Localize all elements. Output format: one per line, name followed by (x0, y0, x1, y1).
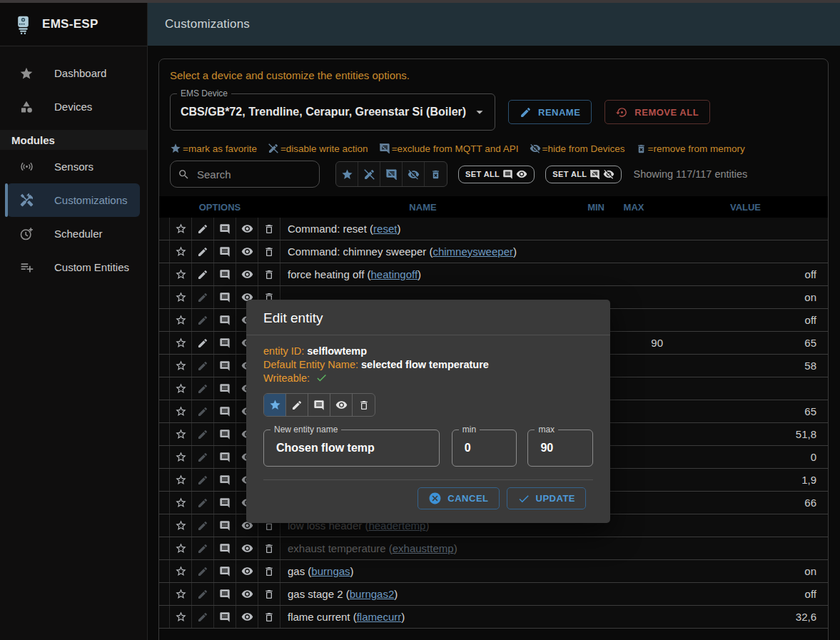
table-row[interactable]: force heating off (heatingoff) off (159, 263, 828, 286)
trash-icon[interactable] (258, 537, 280, 559)
row-entity-link[interactable]: exhausttemp (393, 542, 454, 554)
pencil-icon[interactable] (192, 355, 214, 377)
table-row[interactable]: flame current (flamecurr) 32,6 (159, 606, 828, 629)
comment-icon[interactable] (214, 309, 236, 331)
sidebar-item-sensors[interactable]: Sensors (7, 150, 140, 183)
star-outline-icon[interactable] (170, 240, 192, 263)
pencil-icon[interactable] (192, 263, 214, 285)
disable-write-filter-button[interactable] (358, 162, 380, 186)
comment-icon[interactable] (214, 446, 236, 468)
comment-icon[interactable] (214, 400, 236, 422)
pencil-icon[interactable] (192, 423, 214, 445)
eye-icon[interactable] (236, 240, 258, 263)
trash-icon[interactable] (258, 583, 280, 605)
pencil-icon[interactable] (192, 400, 214, 422)
comment-icon[interactable] (214, 263, 236, 285)
comment-icon[interactable] (214, 560, 236, 582)
row-entity-link[interactable]: chimneysweeper (432, 245, 513, 258)
pencil-icon[interactable] (192, 560, 214, 582)
cancel-button[interactable]: CANCEL (418, 487, 499, 509)
hide-toggle-button[interactable] (330, 394, 353, 416)
sidebar-item-devices[interactable]: Devices (7, 90, 140, 123)
table-row[interactable]: Command: chimney sweeper (chimneysweeper… (159, 240, 828, 263)
table-row[interactable]: gas stage 2 (burngas2) off (159, 583, 828, 606)
eye-icon[interactable] (236, 218, 258, 240)
sidebar-item-custom-entities[interactable]: Custom Entities (7, 250, 140, 284)
pencil-icon[interactable] (192, 606, 214, 628)
row-entity-link[interactable]: heatingoff (370, 268, 418, 280)
search-box[interactable] (170, 161, 320, 188)
comment-icon[interactable] (214, 286, 236, 308)
table-row[interactable]: exhaust temperature (exhausttemp) (159, 537, 828, 560)
pencil-icon[interactable] (192, 537, 214, 559)
pencil-icon[interactable] (192, 514, 214, 537)
comment-icon[interactable] (214, 377, 236, 400)
row-entity-link[interactable]: flamecurr (357, 611, 402, 623)
eye-icon[interactable] (236, 583, 258, 605)
comment-icon[interactable] (214, 469, 236, 491)
star-outline-icon[interactable] (170, 583, 192, 605)
row-entity-link[interactable]: burngas (311, 565, 350, 577)
star-outline-icon[interactable] (170, 377, 192, 400)
remove-filter-button[interactable] (425, 162, 447, 186)
set-all-mqtt-visible-button[interactable]: SET ALL (458, 166, 535, 183)
favorite-toggle-button[interactable] (264, 394, 286, 416)
min-field[interactable]: min (452, 430, 517, 467)
hide-filter-button[interactable] (403, 162, 425, 186)
star-outline-icon[interactable] (170, 560, 192, 582)
star-outline-icon[interactable] (170, 492, 192, 514)
comment-icon[interactable] (214, 332, 236, 354)
pencil-icon[interactable] (192, 332, 214, 354)
trash-icon[interactable] (258, 606, 280, 628)
comment-icon[interactable] (214, 240, 236, 263)
star-outline-icon[interactable] (170, 218, 192, 240)
sidebar-item-scheduler[interactable]: Scheduler (7, 217, 140, 250)
trash-icon[interactable] (258, 263, 280, 285)
star-outline-icon[interactable] (170, 537, 192, 559)
eye-icon[interactable] (236, 537, 258, 559)
comment-icon[interactable] (214, 218, 236, 240)
table-row[interactable]: gas (burngas) on (159, 560, 828, 583)
star-outline-icon[interactable] (170, 400, 192, 422)
table-row[interactable]: Command: reset (reset) (159, 218, 828, 240)
max-input[interactable] (539, 441, 587, 455)
star-outline-icon[interactable] (170, 309, 192, 331)
write-toggle-button[interactable] (286, 394, 308, 416)
star-outline-icon[interactable] (170, 355, 192, 377)
sidebar-item-dashboard[interactable]: Dashboard (7, 56, 140, 90)
update-button[interactable]: UPDATE (507, 487, 586, 509)
trash-icon[interactable] (258, 240, 280, 263)
comment-icon[interactable] (214, 514, 236, 537)
star-outline-icon[interactable] (170, 469, 192, 491)
row-entity-link[interactable]: reset (373, 223, 397, 235)
eye-icon[interactable] (236, 263, 258, 285)
pencil-icon[interactable] (192, 309, 214, 331)
star-outline-icon[interactable] (170, 423, 192, 445)
pencil-icon[interactable] (192, 240, 214, 263)
device-select[interactable]: EMS Device CBS/GB*72, Trendline, Cerapur… (170, 93, 495, 131)
star-outline-icon[interactable] (170, 606, 192, 628)
pencil-icon[interactable] (192, 377, 214, 400)
set-all-mqtt-hidden-button[interactable]: SET ALL (545, 166, 622, 183)
star-outline-icon[interactable] (170, 263, 192, 285)
pencil-icon[interactable] (192, 583, 214, 605)
min-input[interactable] (463, 441, 511, 455)
trash-icon[interactable] (258, 218, 280, 240)
eye-icon[interactable] (236, 560, 258, 582)
pencil-icon[interactable] (192, 469, 214, 491)
pencil-icon[interactable] (192, 286, 214, 308)
pencil-icon[interactable] (192, 446, 214, 468)
new-entity-name-input[interactable] (275, 441, 400, 455)
comment-icon[interactable] (214, 423, 236, 445)
max-field[interactable]: max (527, 430, 593, 467)
star-outline-icon[interactable] (170, 286, 192, 308)
rename-button[interactable]: RENAME (508, 100, 592, 124)
exclude-mqtt-filter-button[interactable] (380, 162, 403, 186)
eye-icon[interactable] (236, 606, 258, 628)
star-outline-icon[interactable] (170, 514, 192, 537)
pencil-icon[interactable] (192, 218, 214, 240)
favorite-filter-button[interactable] (336, 162, 358, 186)
comment-icon[interactable] (214, 492, 236, 514)
sidebar-item-customizations[interactable]: Customizations (7, 183, 140, 217)
comment-icon[interactable] (214, 355, 236, 377)
